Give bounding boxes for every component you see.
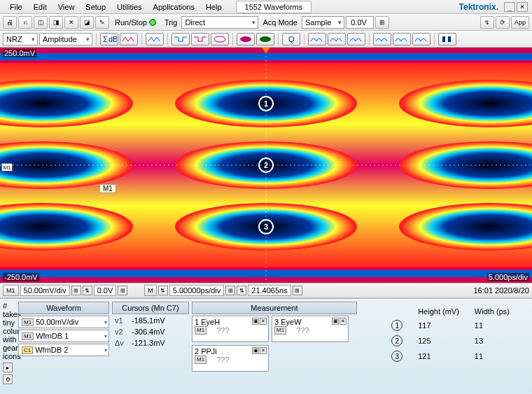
menu-setup[interactable]: Setup [80, 1, 111, 13]
meas-close-icon[interactable]: ▣ [252, 347, 259, 354]
bottom-panel: # takes tiny column with gear icons ▸ ⚙ … [0, 298, 532, 394]
tool-right-1[interactable]: ↯ [480, 16, 494, 29]
status-tpos[interactable]: 21.4065ns [248, 285, 290, 296]
meas-close-icon[interactable]: ▣ [332, 318, 339, 325]
minimize-button[interactable]: _ [504, 2, 515, 12]
measurement-column: Measurement 1 EyeH ▣✕ M1??? 3 EyeW ▣✕ M1… [192, 302, 357, 391]
m1-cursor-tag[interactable]: M1 [99, 184, 116, 193]
run-stop-label: Run/Stop [115, 18, 147, 27]
meas-icon-2[interactable] [120, 33, 138, 45]
meas-icon-13[interactable] [393, 33, 411, 45]
meas-icon-5[interactable] [191, 33, 209, 45]
meas-box-1[interactable]: 3 EyeW ▣✕ M1??? [272, 316, 349, 342]
svg-rect-6 [442, 36, 445, 42]
meas-icon-1[interactable]: ΣdB [100, 33, 118, 45]
tool-icon-3[interactable]: ◨ [49, 16, 63, 29]
stepper-icon[interactable]: ⇅ [158, 286, 168, 295]
waveform-item-1[interactable]: M1WfmDB 1▾ [18, 330, 109, 342]
meas-icon-7[interactable] [237, 33, 255, 45]
eye-marker-1: 1 [258, 96, 274, 111]
tool-icon-5[interactable]: ◪ [80, 16, 94, 29]
menu-applications[interactable]: Applications [148, 1, 200, 13]
cursor-row-0: v1-185.1mV [112, 316, 189, 325]
panel-gutter: # takes tiny column with gear icons ▸ ⚙ [3, 302, 15, 391]
meas-del-icon[interactable]: ✕ [260, 347, 267, 354]
waveform-item-0[interactable]: M150.00mV/div▾ [18, 316, 109, 328]
window-title: 1552 Waveforms [236, 1, 312, 13]
print-icon[interactable]: 🖨 [3, 16, 17, 29]
status-voff[interactable]: 0.0V [94, 285, 117, 296]
menu-file[interactable]: File [4, 1, 28, 13]
meas-box-0[interactable]: 1 EyeH ▣✕ M1??? [192, 316, 269, 342]
status-vdiv[interactable]: 50.00mV/div [20, 285, 70, 296]
meas-icon-4[interactable] [172, 33, 190, 45]
waveform-column: Waveform M150.00mV/div▾ M1WfmDB 1▾ C1Wfm… [18, 302, 109, 391]
result-row-0: 111711 [384, 318, 517, 332]
meas-icon-10[interactable] [328, 33, 346, 45]
close-button[interactable]: × [517, 2, 528, 12]
tool-icon-4[interactable]: ✕ [64, 16, 78, 29]
cursors-column: Cursors (Mn C7) v1-185.1mV v2-306.4mV Δv… [112, 302, 189, 391]
keypad-icon[interactable]: ⊞ [71, 286, 81, 295]
meas-icon-14[interactable] [412, 33, 430, 45]
meas-icon-6[interactable] [211, 33, 229, 45]
meas-icon-9[interactable] [308, 33, 326, 45]
svg-point-2 [214, 36, 225, 42]
tool-icon-1[interactable]: ⎌ [18, 16, 32, 29]
svg-point-3 [240, 36, 251, 42]
measure-type-select[interactable]: Amplitude [39, 33, 92, 45]
tool-right-2[interactable]: ⟳ [496, 16, 510, 29]
meas-close-icon[interactable]: ▣ [252, 318, 259, 325]
meas-icon-8[interactable] [256, 33, 274, 45]
tool-icon-2[interactable]: ◫ [34, 16, 48, 29]
waveform-item-2[interactable]: C1WfmDB 2▾ [18, 344, 109, 356]
panel-toggle-icon[interactable]: ▸ [3, 363, 13, 372]
time-div-label: 5.000ps/div [487, 273, 529, 281]
status-tdiv[interactable]: 5.00000ps/div [169, 285, 225, 296]
panel-gear-icon[interactable]: ⚙ [3, 374, 13, 384]
stepper-icon[interactable]: ⇅ [83, 286, 92, 295]
waveform-display[interactable]: 250.0mV -250.0mV 5.000ps/div M1 M1 1 2 3 [0, 48, 532, 283]
keypad-icon[interactable]: ⊞ [225, 286, 235, 295]
svg-text:dB: dB [108, 35, 117, 43]
status-datetime: 16:01 2020/8/20 [473, 286, 529, 295]
menubar: File Edit View Setup Utilities Applicati… [0, 0, 532, 14]
waveform-header: Waveform [18, 302, 109, 314]
tool-icon-6[interactable]: ✎ [95, 16, 109, 29]
menu-utilities[interactable]: Utilities [111, 1, 147, 13]
svg-text:Q: Q [288, 35, 295, 43]
meas-del-icon[interactable]: ✕ [260, 318, 267, 325]
menu-help[interactable]: Help [200, 1, 227, 13]
meas-icon-11[interactable] [347, 33, 365, 45]
keypad-icon[interactable]: ⊞ [118, 286, 127, 295]
cursor-row-1: v2-306.4mV [112, 327, 189, 337]
results-column: Height (mV) Width (ps) 111711 212513 312… [372, 302, 529, 391]
keypad-icon[interactable]: ⊞ [375, 16, 389, 29]
menu-edit[interactable]: Edit [28, 1, 52, 13]
stepper-icon[interactable]: ⇅ [237, 286, 246, 295]
toolbar-main: 🖨 ⎌ ◫ ◨ ✕ ◪ ✎ Run/Stop Trig Direct Acq M… [0, 14, 532, 31]
cursors-header: Cursors (Mn C7) [112, 302, 189, 314]
meas-icon-q[interactable]: Q [282, 33, 300, 45]
meas-icon-15[interactable] [438, 33, 456, 45]
trig-mode-select[interactable]: Direct [181, 16, 258, 29]
signal-type-select[interactable]: NRZ [3, 33, 38, 45]
meas-box-2[interactable]: 2 PPJi ▣✕ M1??? [192, 345, 269, 372]
meas-del-icon[interactable]: ✕ [340, 318, 346, 325]
acq-mode-select[interactable]: Sample [302, 16, 344, 29]
voltage-field[interactable]: 0.0V [346, 16, 374, 29]
trig-label: Trig [162, 18, 181, 27]
run-stop-button[interactable]: Run/Stop [111, 18, 160, 27]
keypad-icon[interactable]: ⊞ [293, 286, 302, 295]
status-m1-tag[interactable]: M1 [3, 285, 19, 296]
meas-icon-3[interactable] [146, 33, 164, 45]
app-button[interactable]: App [511, 16, 529, 29]
status-m-tag[interactable]: M [144, 285, 157, 296]
menu-view[interactable]: View [52, 1, 80, 13]
tag-c1: C1 [22, 346, 33, 354]
meas-icon-12[interactable] [373, 33, 391, 45]
y-bottom-label: -250.0mV [3, 273, 39, 281]
results-table: Height (mV) Width (ps) 111711 212513 312… [383, 304, 518, 365]
eye-marker-2: 2 [258, 157, 274, 173]
height-header: Height [418, 307, 440, 316]
